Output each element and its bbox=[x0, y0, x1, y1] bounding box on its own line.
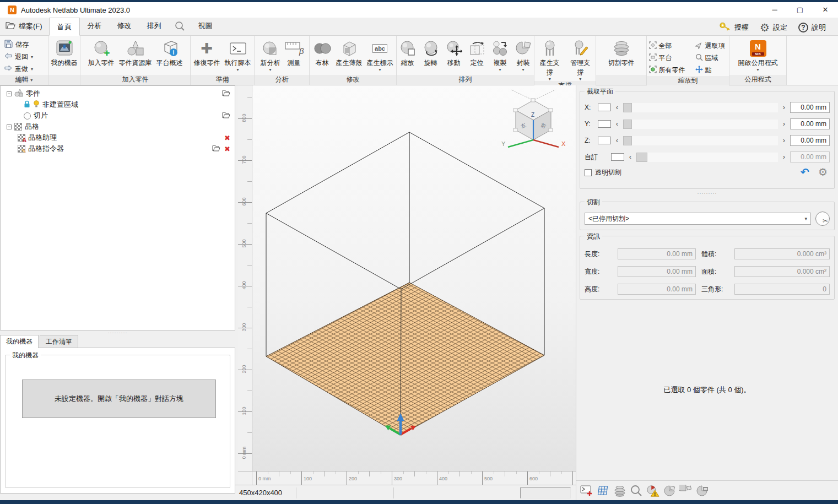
tab-view[interactable]: 視圖 bbox=[191, 17, 220, 35]
license-button[interactable]: 授權 bbox=[715, 19, 753, 35]
zoom-selection-button[interactable]: 選取項 bbox=[694, 40, 728, 52]
help-button[interactable]: ? 說明 bbox=[794, 20, 830, 35]
settings-button[interactable]: ⚙ 設定 bbox=[755, 20, 792, 35]
maximize-button[interactable]: ▢ bbox=[787, 2, 813, 18]
create-label-dropdown-icon[interactable]: ▾ bbox=[379, 68, 381, 72]
pack-button[interactable]: 封裝 ▾ bbox=[512, 37, 535, 72]
clip-z-slider[interactable] bbox=[623, 136, 778, 145]
tab-analysis[interactable]: 分析 bbox=[80, 17, 110, 35]
new-analysis-dropdown-icon[interactable]: ▾ bbox=[269, 68, 271, 72]
zoom-point-button[interactable]: 點 bbox=[694, 64, 728, 76]
tab-modify[interactable]: 修改 bbox=[110, 17, 139, 35]
execute-cut-button[interactable]: ✂ bbox=[815, 212, 830, 226]
clip-y-slider[interactable] bbox=[623, 120, 778, 129]
add-script-icon[interactable] bbox=[580, 484, 593, 497]
clip-x-decrease-icon[interactable]: ‹ bbox=[613, 103, 621, 112]
part-library-button[interactable]: 零件資源庫 bbox=[117, 37, 154, 68]
zoom-all-button[interactable]: 全部 bbox=[648, 40, 694, 52]
open-folder-icon[interactable] bbox=[222, 90, 230, 98]
open-utility-button[interactable]: NNFB 開啟公用程式 ▾ bbox=[736, 37, 780, 72]
close-button[interactable]: ✕ bbox=[813, 2, 838, 18]
open-utility-dropdown-icon[interactable]: ▾ bbox=[756, 68, 759, 72]
analysis-warning-icon[interactable] bbox=[646, 484, 659, 497]
tree-item-slices[interactable]: 切片 bbox=[1, 110, 235, 121]
duplicate-button[interactable]: 複製 ▾ bbox=[489, 37, 512, 72]
redo-button[interactable]: 重做 ▾ bbox=[4, 64, 33, 74]
delete-icon[interactable]: ✖ bbox=[224, 134, 230, 142]
tree-item-no-build-zone[interactable]: 非建置區域 bbox=[1, 99, 235, 110]
pack-machine-icon[interactable] bbox=[696, 484, 709, 497]
create-support-button[interactable]: 產生支撐 ▾ bbox=[534, 37, 565, 81]
run-script-button[interactable]: 執行腳本 ▾ bbox=[223, 37, 253, 72]
clip-y-increase-icon[interactable]: › bbox=[780, 120, 788, 128]
bulb-icon[interactable] bbox=[33, 100, 40, 110]
clip-x-value[interactable]: 0.00 mm bbox=[790, 102, 830, 113]
run-script-dropdown-icon[interactable]: ▾ bbox=[236, 68, 239, 72]
scale-button[interactable]: 縮放 bbox=[396, 37, 419, 68]
rotate-button[interactable]: 旋轉 bbox=[419, 37, 442, 68]
undo-dropdown-icon[interactable]: ▾ bbox=[31, 55, 33, 59]
boolean-button[interactable]: 布林 bbox=[311, 37, 334, 68]
slices-view-icon[interactable] bbox=[613, 484, 626, 497]
create-support-dropdown-icon[interactable]: ▾ bbox=[549, 77, 551, 81]
pack-cw-icon[interactable] bbox=[679, 484, 693, 497]
move-button[interactable]: 移動 bbox=[442, 37, 466, 68]
collapse-icon[interactable]: − bbox=[7, 124, 12, 129]
measure-button[interactable]: β 測量 bbox=[283, 37, 306, 68]
redo-dropdown-icon[interactable]: ▾ bbox=[31, 67, 33, 71]
panel-splitter[interactable]: ········· bbox=[576, 191, 838, 196]
tree-item-lattice-commander[interactable]: ✎ 晶格指令器 ✖ bbox=[1, 143, 235, 154]
clip-x-increase-icon[interactable]: › bbox=[780, 103, 788, 112]
delete-icon[interactable]: ✖ bbox=[224, 145, 230, 153]
clip-x-checkbox[interactable] bbox=[598, 104, 611, 111]
search-icon[interactable] bbox=[169, 17, 191, 35]
minimize-button[interactable]: ─ bbox=[762, 2, 787, 18]
pack-dropdown-icon[interactable]: ▾ bbox=[522, 68, 524, 72]
open-folder-icon[interactable] bbox=[222, 112, 230, 120]
tree-item-lattice-assistant[interactable]: A 晶格助理 ✖ bbox=[1, 132, 235, 143]
transparent-cut-checkbox[interactable] bbox=[585, 169, 592, 176]
clip-z-decrease-icon[interactable]: ‹ bbox=[613, 136, 621, 145]
my-machines-button[interactable]: 我的機器 bbox=[49, 37, 80, 68]
create-label-button[interactable]: abc 產生標示 ▾ bbox=[365, 37, 396, 72]
clip-z-increase-icon[interactable]: › bbox=[780, 136, 788, 145]
clip-y-value[interactable]: 0.00 mm bbox=[790, 118, 830, 129]
clip-z-value[interactable]: 0.00 mm bbox=[790, 135, 830, 146]
zoom-all-parts-button[interactable]: 所有零件 bbox=[648, 64, 694, 76]
clip-x-slider[interactable] bbox=[623, 103, 778, 112]
tab-job-list[interactable]: 工作清單 bbox=[40, 335, 78, 348]
tab-home[interactable]: 首頁 bbox=[49, 18, 80, 36]
view-cube[interactable]: Z 左 前 Y X bbox=[501, 90, 566, 147]
clip-custom-slider[interactable] bbox=[636, 153, 778, 162]
edit-group-label[interactable]: 編輯 ▾ bbox=[0, 75, 48, 85]
clip-y-decrease-icon[interactable]: ‹ bbox=[613, 120, 621, 128]
new-analysis-button[interactable]: 新分析 ▾ bbox=[258, 37, 283, 72]
cut-mode-select[interactable]: <已停用切割> ▾ bbox=[585, 213, 811, 225]
tree-item-lattice[interactable]: − 晶格 bbox=[1, 121, 235, 132]
create-shell-button[interactable]: 產生薄殼 bbox=[334, 37, 365, 68]
scene-3d[interactable]: Z 左 前 Y X bbox=[252, 85, 576, 471]
manage-support-dropdown-icon[interactable]: ▾ bbox=[579, 77, 581, 81]
clip-custom-increase-icon[interactable]: › bbox=[780, 153, 788, 161]
duplicate-dropdown-icon[interactable]: ▾ bbox=[499, 68, 501, 72]
no-machine-configured-button[interactable]: 未設定機器。開啟「我的機器」對話方塊 bbox=[22, 380, 216, 418]
open-folder-icon[interactable] bbox=[212, 145, 220, 153]
add-part-button[interactable]: ✚ 加入零件 bbox=[86, 37, 117, 68]
zoom-part-icon[interactable] bbox=[630, 484, 643, 497]
clip-z-checkbox[interactable] bbox=[598, 137, 611, 144]
tree-item-parts[interactable]: − 零件 bbox=[1, 88, 235, 99]
undo-button[interactable]: 退回 ▾ bbox=[4, 52, 33, 62]
manage-support-button[interactable]: 管理支撐 ▾ bbox=[565, 37, 596, 81]
clip-y-checkbox[interactable] bbox=[598, 120, 611, 128]
reset-clipping-icon[interactable]: ↶ bbox=[801, 167, 809, 178]
clip-custom-checkbox[interactable] bbox=[611, 153, 624, 161]
clipping-settings-icon[interactable]: ⚙ bbox=[818, 167, 828, 178]
zoom-platform-button[interactable]: 平台 bbox=[648, 52, 694, 64]
collapse-icon[interactable]: − bbox=[7, 91, 12, 96]
tab-arrange[interactable]: 排列 bbox=[139, 17, 169, 35]
cut-part-button[interactable]: 切割零件 bbox=[606, 37, 637, 68]
pack-ccw-icon[interactable] bbox=[663, 484, 676, 497]
position-button[interactable]: 定位 bbox=[466, 37, 489, 68]
tab-my-machines[interactable]: 我的機器 bbox=[0, 335, 39, 348]
platform-overview-button[interactable]: i 平台概述 bbox=[154, 37, 185, 68]
